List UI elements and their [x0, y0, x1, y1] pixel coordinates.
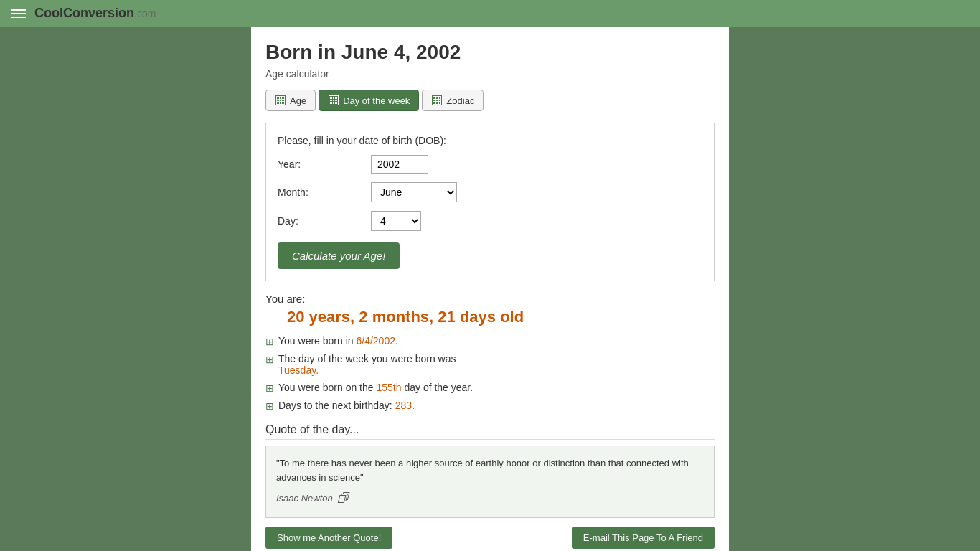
year-row: Year: [278, 155, 702, 174]
results-section: You are: 20 years, 2 months, 21 days old… [265, 293, 715, 412]
year-label: Year: [278, 159, 371, 170]
site-name-cool: CoolConversion [34, 6, 134, 20]
you-are-label: You are: [265, 293, 715, 305]
dayofyear-highlight: 155th [376, 382, 401, 393]
result-item-birthdate: You were born in 6/4/2002. [265, 335, 715, 347]
month-select[interactable]: January February March April May June Ju… [371, 182, 457, 202]
main-content: Born in June 4, 2002 Age calculator Age [251, 27, 729, 551]
result-item-weekday: The day of the week you were born was Tu… [265, 353, 715, 376]
tab-age-label: Age [290, 95, 306, 106]
quote-title: Quote of the day... [265, 423, 715, 440]
birthdate-highlight: 6/4/2002 [356, 335, 395, 347]
day-row: Day: 123 456 789 101112 131415 161718 19… [278, 211, 702, 231]
tab-zodiac[interactable]: Zodiac [422, 90, 484, 111]
result-item-birthdate-text: You were born in 6/4/2002. [278, 335, 398, 347]
result-list: You were born in 6/4/2002. The day of th… [265, 335, 715, 412]
show-another-quote-button[interactable]: Show me Another Quote! [265, 527, 392, 549]
result-item-dayofyear: You were born on the 155th day of the ye… [265, 382, 715, 394]
quote-buttons: Show me Another Quote! E-mail This Page … [265, 527, 715, 549]
age-result: 20 years, 2 months, 21 days old [265, 308, 715, 326]
month-label: Month: [278, 187, 371, 198]
month-row: Month: January February March April May … [278, 182, 702, 202]
result-item-dayofyear-text: You were born on the 155th day of the ye… [278, 382, 473, 393]
page-title: Born in June 4, 2002 [265, 41, 715, 64]
year-input[interactable] [371, 155, 428, 174]
tab-day[interactable]: Day of the week [319, 90, 419, 111]
site-name-dotcom: .com [134, 8, 156, 19]
result-item-nextbirthday: Days to the next birthday: 283. [265, 400, 715, 412]
calculate-button[interactable]: Calculate your Age! [278, 242, 400, 269]
site-name: CoolConversion.com [34, 6, 156, 21]
navbar: CoolConversion.com [0, 0, 980, 27]
nextbirthday-highlight: 283 [395, 400, 412, 411]
tab-day-label: Day of the week [343, 95, 410, 106]
email-page-button[interactable]: E-mail This Page To A Friend [572, 527, 715, 549]
quote-author: Isaac Newton 🗍 [276, 490, 704, 507]
age-tab-icon [275, 95, 286, 106]
quote-box: "To me there has never been a higher sou… [265, 446, 715, 518]
result-item-nextbirthday-text: Days to the next birthday: 283. [278, 400, 415, 411]
hamburger-icon[interactable] [11, 9, 26, 18]
quote-author-name: Isaac Newton [276, 491, 333, 506]
tab-zodiac-label: Zodiac [446, 95, 474, 106]
page-subtitle: Age calculator [265, 68, 715, 80]
copy-icon[interactable]: 🗍 [337, 490, 349, 507]
tabs-container: Age Day of the week [265, 90, 715, 111]
weekday-highlight: Tuesday. [278, 364, 319, 376]
day-select[interactable]: 123 456 789 101112 131415 161718 192021 … [371, 211, 421, 231]
day-tab-icon [328, 95, 339, 106]
form-box: Please, fill in your date of birth (DOB)… [265, 123, 715, 281]
zodiac-tab-icon [431, 95, 443, 106]
quote-text: "To me there has never been a higher sou… [276, 456, 704, 484]
day-label: Day: [278, 215, 371, 227]
page-wrapper: CoolConversion.com Born in June 4, 2002 … [0, 0, 980, 551]
result-item-weekday-text: The day of the week you were born was Tu… [278, 353, 456, 376]
tab-age[interactable]: Age [265, 90, 316, 111]
form-description: Please, fill in your date of birth (DOB)… [278, 135, 702, 146]
quote-section: Quote of the day... "To me there has nev… [265, 423, 715, 549]
